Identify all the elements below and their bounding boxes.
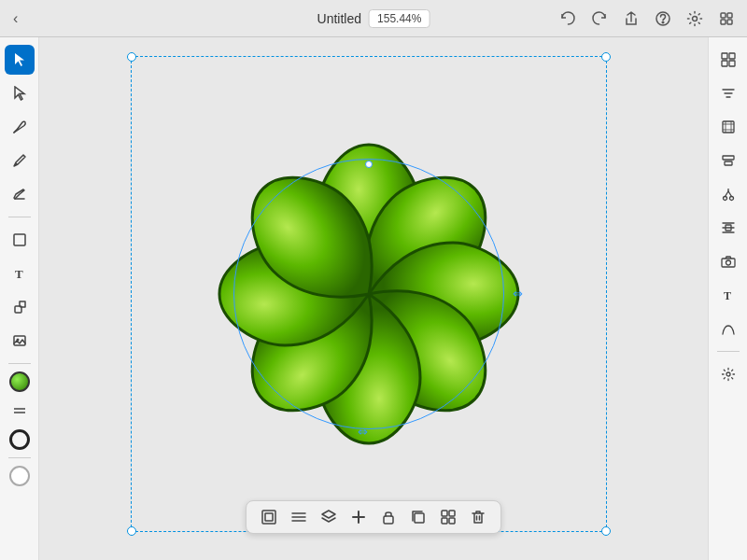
svg-rect-29 xyxy=(722,53,727,59)
redo-button[interactable] xyxy=(588,7,611,30)
svg-rect-15 xyxy=(265,513,273,521)
document-title: Untitled xyxy=(317,11,361,26)
svg-rect-37 xyxy=(723,156,734,160)
svg-rect-32 xyxy=(729,61,735,66)
svg-rect-30 xyxy=(729,53,735,59)
frame-button[interactable] xyxy=(256,506,282,528)
undo-button[interactable] xyxy=(557,7,579,30)
toolbar-separator-1 xyxy=(8,217,31,217)
svg-rect-25 xyxy=(442,518,447,524)
shape-tool-btn[interactable] xyxy=(5,225,35,255)
right-cut-btn[interactable] xyxy=(713,179,743,209)
svg-rect-38 xyxy=(725,161,732,165)
top-bar-right xyxy=(557,7,738,30)
transform-tool-btn[interactable] xyxy=(5,292,35,322)
delete-button[interactable] xyxy=(465,506,491,528)
toolbar-separator-3 xyxy=(8,457,31,458)
top-bar-center: Untitled 155.44% xyxy=(317,9,430,28)
right-align-btn[interactable] xyxy=(713,146,743,175)
svg-rect-7 xyxy=(14,234,25,245)
select-tool-btn[interactable] xyxy=(5,45,35,75)
svg-point-48 xyxy=(726,372,730,376)
lock-button[interactable] xyxy=(375,506,402,528)
svg-rect-36 xyxy=(723,121,734,133)
group-button[interactable] xyxy=(435,506,461,528)
fill-color-swatch[interactable] xyxy=(9,371,30,392)
svg-rect-3 xyxy=(721,13,726,18)
help-button[interactable] xyxy=(652,7,674,30)
top-bar: ‹ Untitled 155.44% xyxy=(0,0,747,37)
align-button[interactable] xyxy=(286,506,312,528)
pencil-tool-btn[interactable] xyxy=(5,146,35,175)
text-tool-btn[interactable]: T xyxy=(5,259,35,288)
spacing-tool-btn[interactable] xyxy=(5,396,35,426)
top-bar-left: ‹ xyxy=(9,7,21,31)
svg-rect-23 xyxy=(442,511,447,516)
right-export-btn[interactable] xyxy=(713,112,743,142)
right-distribute-btn[interactable] xyxy=(713,213,743,243)
svg-rect-4 xyxy=(727,13,732,18)
svg-rect-31 xyxy=(722,61,727,66)
svg-rect-14 xyxy=(262,511,275,524)
bottom-toolbar xyxy=(246,500,501,534)
svg-point-39 xyxy=(723,197,726,201)
flower-artwork[interactable] xyxy=(131,56,607,532)
svg-text:T: T xyxy=(15,267,23,281)
svg-rect-21 xyxy=(384,516,393,524)
pen-tool-btn[interactable] xyxy=(5,112,35,142)
right-filter-btn[interactable] xyxy=(713,78,743,108)
stroke-color-swatch[interactable] xyxy=(9,429,30,450)
settings-button[interactable] xyxy=(684,7,706,30)
toolbar-separator-2 xyxy=(8,363,31,364)
svg-point-40 xyxy=(729,197,733,201)
left-toolbar: T xyxy=(0,37,39,560)
share-button[interactable] xyxy=(620,7,642,30)
right-text-btn[interactable]: T xyxy=(713,280,743,310)
duplicate-button[interactable] xyxy=(405,506,431,528)
white-color-swatch[interactable] xyxy=(9,466,30,486)
canvas-content: ⇔ ⇔ xyxy=(103,47,644,551)
right-separator xyxy=(717,351,740,352)
svg-point-1 xyxy=(662,21,664,23)
svg-rect-5 xyxy=(721,20,726,24)
right-curve-btn[interactable] xyxy=(713,314,743,343)
eraser-tool-btn[interactable] xyxy=(5,179,35,209)
image-tool-btn[interactable] xyxy=(5,326,35,356)
svg-rect-26 xyxy=(449,518,455,524)
svg-rect-6 xyxy=(727,20,732,24)
layers-button[interactable] xyxy=(316,506,342,528)
svg-rect-22 xyxy=(415,513,424,523)
canvas-area[interactable]: ⇔ ⇔ xyxy=(39,37,708,560)
subselect-tool-btn[interactable] xyxy=(5,78,35,108)
layers-right-button[interactable] xyxy=(715,7,738,30)
zoom-button[interactable]: 155.44% xyxy=(369,9,430,28)
right-layers-btn[interactable] xyxy=(713,45,743,75)
svg-rect-24 xyxy=(449,511,455,516)
svg-text:T: T xyxy=(724,289,731,302)
right-camera-btn[interactable] xyxy=(713,246,743,276)
main-area: T xyxy=(0,37,747,560)
svg-point-2 xyxy=(693,16,698,21)
right-settings-btn[interactable] xyxy=(713,359,743,389)
back-button[interactable]: ‹ xyxy=(9,7,21,31)
svg-point-46 xyxy=(726,260,730,265)
right-toolbar: T xyxy=(708,37,747,560)
add-button[interactable] xyxy=(345,506,372,528)
